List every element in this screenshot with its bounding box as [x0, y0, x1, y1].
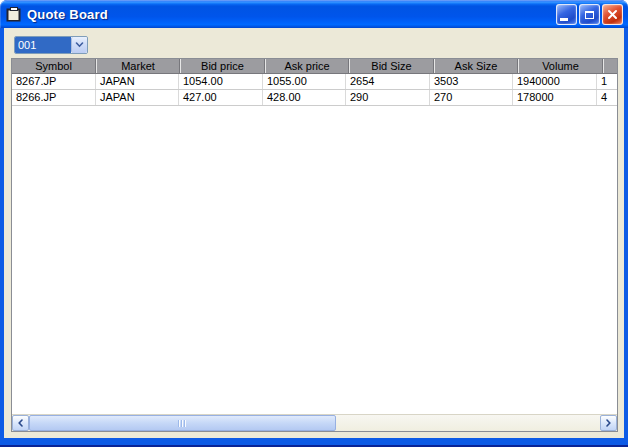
- header-cell-ask-size[interactable]: Ask Size: [435, 59, 518, 73]
- table-cell: 1940000: [513, 74, 597, 89]
- table-cell: 290: [346, 90, 430, 105]
- table-cell: 428.00: [263, 90, 346, 105]
- header-cell-ask-price[interactable]: Ask price: [266, 59, 349, 73]
- table-rows: 8267.JPJAPAN1054.001055.0026543503194000…: [12, 74, 617, 106]
- combobox-dropdown-button[interactable]: [71, 37, 87, 53]
- title-bar[interactable]: Quote Board: [0, 0, 628, 28]
- application-window: Quote Board 001: [0, 0, 628, 447]
- combobox-selected-value[interactable]: 001: [15, 37, 71, 53]
- header-cell-clipped[interactable]: [604, 59, 618, 73]
- table-cell: 270: [430, 90, 513, 105]
- chevron-right-icon: [606, 419, 611, 427]
- symbol-set-combobox[interactable]: 001: [14, 36, 88, 54]
- table-header-row: SymbolMarketBid priceAsk priceBid SizeAs…: [12, 59, 617, 74]
- table-cell: JAPAN: [96, 90, 179, 105]
- scrollbar-track[interactable]: [29, 415, 600, 431]
- table-cell: 1054.00: [179, 74, 263, 89]
- quote-grid: SymbolMarketBid priceAsk priceBid SizeAs…: [11, 58, 618, 432]
- close-button[interactable]: [602, 4, 623, 25]
- header-cell-bid-size[interactable]: Bid Size: [350, 59, 434, 73]
- minimize-icon: [560, 18, 568, 21]
- window-controls: [554, 4, 623, 25]
- horizontal-scrollbar[interactable]: [12, 414, 617, 431]
- header-cell-bid-price[interactable]: Bid price: [181, 59, 265, 73]
- grip-lines-icon: [178, 420, 187, 427]
- table-cell: 1: [597, 74, 614, 89]
- table-cell: 2654: [346, 74, 430, 89]
- table-row[interactable]: 8267.JPJAPAN1054.001055.0026543503194000…: [12, 74, 617, 90]
- grid-empty-area: [12, 106, 617, 414]
- table-cell: 1055.00: [263, 74, 346, 89]
- chevron-left-icon: [18, 419, 23, 427]
- table-cell: 427.00: [179, 90, 263, 105]
- table-cell: 178000: [513, 90, 597, 105]
- header-cell-market[interactable]: Market: [97, 59, 180, 73]
- clipboard-icon: [6, 7, 22, 22]
- chevron-down-icon: [75, 42, 84, 48]
- header-cell-symbol[interactable]: Symbol: [12, 59, 96, 73]
- table-row[interactable]: 8266.JPJAPAN427.00428.002902701780004: [12, 90, 617, 106]
- maximize-button[interactable]: [579, 4, 600, 25]
- window-title: Quote Board: [27, 7, 108, 22]
- table-cell: 4: [597, 90, 614, 105]
- table-cell: 8266.JP: [12, 90, 96, 105]
- scrollbar-thumb[interactable]: [29, 415, 336, 431]
- close-icon: [607, 9, 618, 20]
- header-cell-volume[interactable]: Volume: [519, 59, 603, 73]
- table-cell: JAPAN: [96, 74, 179, 89]
- client-area: 001 SymbolMarketBid priceAsk priceBid Si…: [4, 28, 624, 438]
- minimize-button[interactable]: [556, 4, 577, 25]
- table-cell: 8267.JP: [12, 74, 96, 89]
- table-cell: 3503: [430, 74, 513, 89]
- scroll-left-button[interactable]: [12, 415, 29, 431]
- scroll-right-button[interactable]: [600, 415, 617, 431]
- maximize-icon: [585, 11, 594, 19]
